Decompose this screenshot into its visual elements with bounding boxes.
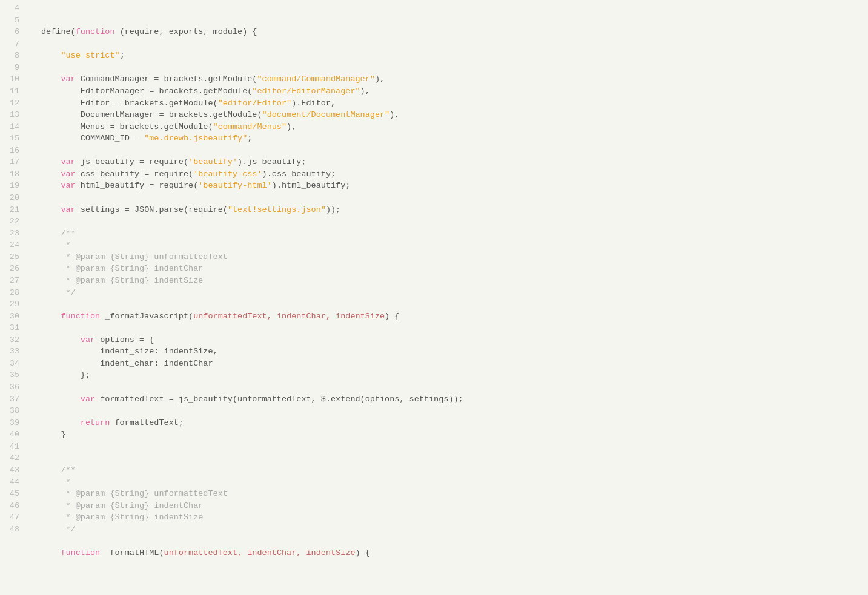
code-line: function formatHTML(unformattedText, ind… [41, 547, 868, 559]
code-line [41, 535, 868, 547]
line-number: 40 [5, 429, 19, 441]
code-token [41, 74, 61, 84]
code-token: ).js_beautify; [237, 157, 306, 166]
code-token [41, 51, 61, 60]
line-number: 33 [5, 346, 19, 358]
line-number: 14 [5, 121, 19, 133]
line-number: 23 [5, 228, 19, 240]
code-token: var [81, 335, 95, 344]
code-content[interactable]: define(function (require, exports, modul… [29, 0, 868, 595]
line-number: 25 [5, 251, 19, 263]
line-number: 26 [5, 263, 19, 275]
code-token: 'beautify-html' [198, 181, 272, 190]
code-token [41, 478, 66, 487]
code-token: * [66, 240, 71, 249]
line-number: 47 [5, 511, 19, 524]
code-token [41, 205, 61, 214]
code-line: var settings = JSON.parse(require("text!… [41, 204, 868, 216]
code-token: indent_char: indentChar [41, 359, 213, 368]
code-token: * @param {String} indentChar [66, 501, 204, 510]
code-line: /** [41, 464, 868, 476]
code-token [41, 525, 66, 534]
code-line: * [41, 239, 868, 251]
line-number: 21 [5, 204, 19, 216]
code-line: indent_size: indentSize, [41, 346, 868, 358]
line-number: 44 [5, 476, 19, 488]
code-token: options = { [95, 335, 154, 344]
code-token: (require, exports, module) { [115, 27, 257, 36]
code-line: indent_char: indentChar [41, 358, 868, 370]
code-token: formatHTML( [100, 548, 164, 557]
code-token: 'beautify' [188, 157, 237, 166]
code-line [41, 298, 868, 311]
code-token [41, 395, 81, 404]
code-line: * [41, 476, 868, 488]
code-token [41, 169, 61, 179]
line-number: 28 [5, 287, 19, 299]
code-token: * @param {String} indentChar [66, 264, 204, 273]
line-number: 43 [5, 464, 19, 476]
code-token: ).css_beautify; [262, 169, 336, 179]
code-line [41, 452, 868, 464]
code-line: Menus = brackets.getModule("command/Menu… [41, 121, 868, 133]
code-editor: 4567891011121314151617181920212223242526… [0, 0, 868, 595]
line-number: 19 [5, 180, 19, 192]
code-token: function [61, 548, 100, 557]
line-number: 12 [5, 97, 19, 110]
code-token: css_beautify = require( [76, 169, 193, 179]
code-line: function _formatJavascript(unformattedTe… [41, 311, 868, 323]
code-token [41, 229, 61, 238]
code-line: return formattedText; [41, 417, 868, 429]
line-number: 8 [5, 50, 19, 62]
code-token: var [61, 157, 75, 166]
code-line: var options = { [41, 334, 868, 346]
code-token [41, 264, 66, 273]
code-token: "use strict" [61, 51, 119, 60]
code-token [41, 312, 61, 321]
code-line: * @param {String} indentSize [41, 511, 868, 524]
code-token: */ [66, 525, 76, 534]
code-token: * @param {String} indentSize [66, 276, 204, 285]
line-number: 6 [5, 26, 19, 38]
code-token: var [61, 205, 75, 214]
code-token [41, 288, 66, 297]
code-line [41, 215, 868, 228]
code-token: ).Editor, [291, 99, 336, 108]
code-token: "command/Menus" [213, 122, 287, 131]
code-line [41, 405, 868, 417]
line-number: 18 [5, 168, 19, 180]
code-token: formattedText = js_beautify(unformattedT… [95, 395, 463, 404]
code-token [41, 501, 66, 510]
code-token: _formatJavascript( [100, 312, 193, 321]
code-line: * @param {String} indentSize [41, 275, 868, 287]
code-token [41, 418, 81, 427]
line-number: 4 [5, 2, 19, 15]
code-line: var formattedText = js_beautify(unformat… [41, 393, 868, 406]
code-line: var js_beautify = require('beautify').js… [41, 156, 868, 168]
code-token: "me.drewh.jsbeautify" [144, 134, 247, 143]
code-token: indent_size: indentSize, [41, 347, 218, 356]
code-line: } [41, 429, 868, 441]
code-line [41, 38, 868, 50]
code-token: var [81, 395, 95, 404]
code-token: "document/DocumentManager" [262, 110, 390, 119]
line-number: 13 [5, 109, 19, 121]
line-number: 17 [5, 156, 19, 168]
line-number: 37 [5, 393, 19, 406]
code-token: /** [61, 465, 75, 475]
line-number: 24 [5, 239, 19, 251]
code-token [41, 157, 61, 166]
line-number: 36 [5, 381, 19, 393]
code-token: function [76, 27, 115, 36]
code-token [41, 252, 66, 261]
code-line: var html_beautify = require('beautify-ht… [41, 180, 868, 192]
code-line: */ [41, 287, 868, 299]
line-number: 42 [5, 452, 19, 464]
code-token: ) { [385, 312, 399, 321]
code-line: * @param {String} unformattedText [41, 488, 868, 500]
code-token: "editor/EditorManager" [252, 87, 360, 96]
line-number: 38 [5, 405, 19, 417]
line-number: 34 [5, 358, 19, 370]
code-line: }; [41, 369, 868, 381]
code-token [41, 181, 61, 190]
